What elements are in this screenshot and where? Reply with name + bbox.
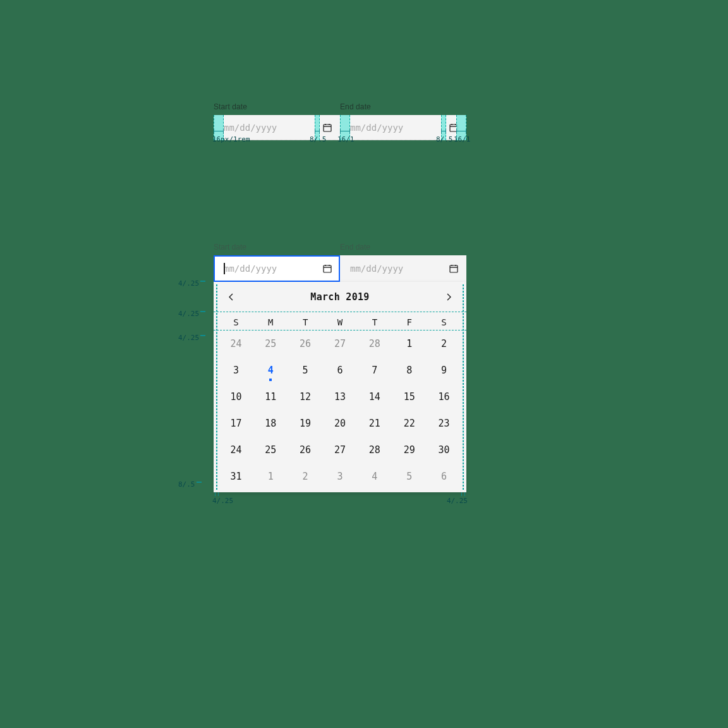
calendar-day-cell[interactable]: 25 bbox=[253, 338, 288, 349]
dim-label: 4/.25 bbox=[212, 497, 233, 505]
weekday-cell: W bbox=[323, 317, 358, 327]
calendar-day-cell[interactable]: 30 bbox=[427, 444, 461, 456]
end-date-label: End date bbox=[340, 102, 466, 111]
calendar-day-cell[interactable]: 28 bbox=[357, 444, 392, 456]
calendar-day-cell[interactable]: 12 bbox=[288, 391, 323, 403]
weekday-cell: S bbox=[219, 317, 253, 327]
calendar-day-cell[interactable]: 17 bbox=[219, 418, 253, 429]
svg-rect-3 bbox=[450, 265, 458, 272]
calendar-day-cell[interactable]: 4 bbox=[253, 365, 288, 376]
calendar-day-cell[interactable]: 24 bbox=[219, 444, 253, 456]
dim-label: 16/1 bbox=[337, 135, 355, 143]
prev-month-button[interactable] bbox=[224, 289, 239, 305]
dim-label: 4/.25 bbox=[178, 310, 199, 318]
end-date-label: End date bbox=[340, 243, 466, 252]
weekday-cell: T bbox=[288, 317, 323, 327]
dim-label: 16/1 bbox=[454, 135, 471, 143]
calendar-day-cell[interactable]: 28 bbox=[357, 338, 392, 349]
calendar-day-cell[interactable]: 10 bbox=[219, 391, 253, 403]
calendar-day-cell[interactable]: 1 bbox=[392, 338, 427, 349]
calendar-day-cell[interactable]: 5 bbox=[288, 365, 323, 376]
dimension-annotations: 16px/1rem 8/.5 16/1 8/.5 16/1 bbox=[214, 129, 466, 144]
calendar-day-cell[interactable]: 25 bbox=[253, 444, 288, 456]
calendar-day-cell[interactable]: 16 bbox=[427, 391, 461, 403]
calendar-day-cell[interactable]: 15 bbox=[392, 391, 427, 403]
calendar-day-cell[interactable]: 21 bbox=[357, 418, 392, 429]
calendar-day-cell[interactable]: 9 bbox=[427, 365, 461, 376]
calendar-day-cell[interactable]: 1 bbox=[253, 471, 288, 482]
calendar-day-cell[interactable]: 11 bbox=[253, 391, 288, 403]
calendar-day-cell[interactable]: 22 bbox=[392, 418, 427, 429]
calendar-day-cell[interactable]: 20 bbox=[323, 418, 358, 429]
calendar-day-cell[interactable]: 31 bbox=[219, 471, 253, 482]
calendar-day-cell[interactable]: 2 bbox=[427, 338, 461, 349]
start-date-label: Start date bbox=[214, 243, 340, 252]
end-date-field: End date bbox=[340, 243, 466, 282]
calendar-day-cell[interactable]: 18 bbox=[253, 418, 288, 429]
calendar-day-cell[interactable]: 4 bbox=[357, 471, 392, 482]
weekday-cell: M bbox=[253, 317, 288, 327]
calendar-day-cell[interactable]: 6 bbox=[323, 365, 358, 376]
weekday-cell: T bbox=[357, 317, 392, 327]
calendar-day-grid: 2425262728123456789101112131415161718192… bbox=[214, 331, 466, 492]
end-date-input[interactable] bbox=[340, 255, 466, 282]
weekday-row: SMTWTFS bbox=[214, 312, 466, 331]
dim-label: 16px/1rem bbox=[212, 135, 250, 143]
spacing-spec-top: Start date End date 16px/1rem 8/.5 bbox=[214, 102, 466, 140]
calendar-day-cell[interactable]: 27 bbox=[323, 444, 358, 456]
dim-label: 4/.25 bbox=[447, 497, 468, 505]
start-date-field: Start date bbox=[214, 243, 340, 282]
calendar-popover: March 2019 SMTWTFS 242526272812345678910… bbox=[214, 282, 466, 492]
next-month-button[interactable] bbox=[441, 289, 456, 305]
start-date-input[interactable] bbox=[214, 255, 340, 282]
calendar-day-cell[interactable]: 29 bbox=[392, 444, 427, 456]
weekday-cell: S bbox=[427, 317, 461, 327]
calendar-day-cell[interactable]: 2 bbox=[288, 471, 323, 482]
calendar-icon[interactable] bbox=[449, 264, 459, 274]
calendar-day-cell[interactable]: 8 bbox=[392, 365, 427, 376]
calendar-day-cell[interactable]: 26 bbox=[288, 338, 323, 349]
calendar-icon[interactable] bbox=[322, 264, 332, 274]
dim-label: 8/.5 bbox=[178, 480, 195, 488]
calendar-day-cell[interactable]: 26 bbox=[288, 444, 323, 456]
calendar-day-cell[interactable]: 3 bbox=[219, 365, 253, 376]
calendar-day-cell[interactable]: 24 bbox=[219, 338, 253, 349]
dim-label: 8/.5 bbox=[310, 135, 327, 143]
dim-label: 4/.25 bbox=[178, 279, 199, 288]
calendar-month-year: March 2019 bbox=[310, 291, 369, 303]
calendar-day-cell[interactable]: 23 bbox=[427, 418, 461, 429]
calendar-day-cell[interactable]: 3 bbox=[323, 471, 358, 482]
calendar-day-cell[interactable]: 6 bbox=[427, 471, 461, 482]
calendar-spec-bottom: Start date End date March 2019 SM bbox=[214, 243, 466, 492]
weekday-cell: F bbox=[392, 317, 427, 327]
dim-label: 4/.25 bbox=[178, 334, 199, 342]
calendar-day-cell[interactable]: 14 bbox=[357, 391, 392, 403]
text-cursor-icon bbox=[224, 263, 225, 274]
calendar-day-cell[interactable]: 13 bbox=[323, 391, 358, 403]
calendar-day-cell[interactable]: 5 bbox=[392, 471, 427, 482]
calendar-day-cell[interactable]: 7 bbox=[357, 365, 392, 376]
calendar-header: March 2019 bbox=[214, 282, 466, 312]
start-date-label: Start date bbox=[214, 102, 340, 111]
calendar-day-cell[interactable]: 27 bbox=[323, 338, 358, 349]
calendar-day-cell[interactable]: 19 bbox=[288, 418, 323, 429]
dim-label: 8/.5 bbox=[436, 135, 453, 143]
svg-rect-2 bbox=[324, 265, 331, 272]
